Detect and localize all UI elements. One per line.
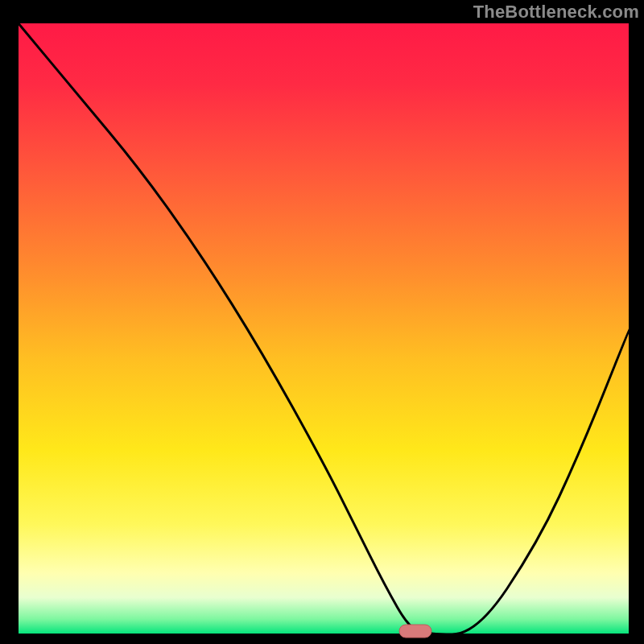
optimal-marker bbox=[399, 625, 431, 638]
plot-background bbox=[18, 23, 630, 634]
chart-container: TheBottleneck.com bbox=[0, 0, 644, 644]
watermark-text: TheBottleneck.com bbox=[473, 2, 639, 23]
bottleneck-chart bbox=[0, 0, 644, 644]
